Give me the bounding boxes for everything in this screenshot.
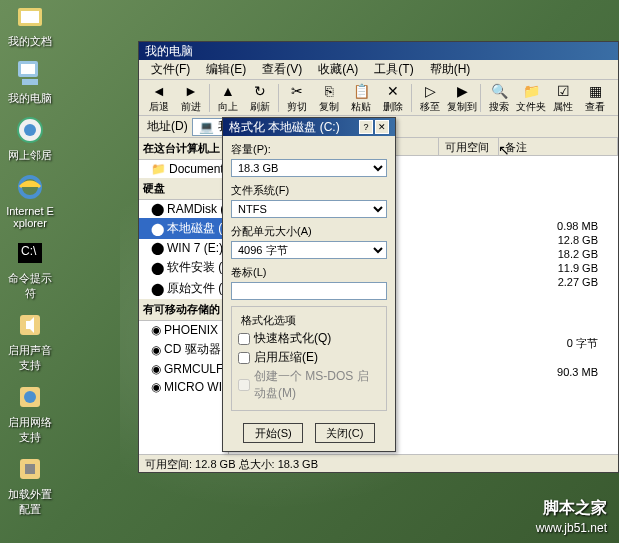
cmd-icon: C:\: [14, 237, 46, 269]
toolbar-btn-8[interactable]: ▷移至: [416, 82, 444, 114]
toolbar-icon: 📋: [352, 82, 370, 100]
sidebar-removable[interactable]: ◉CD 驱动器 (H:): [139, 339, 228, 360]
dialog-titlebar[interactable]: 格式化 本地磁盘 (C:) ? ✕: [223, 118, 395, 136]
toolbar-icon: ↻: [251, 82, 269, 100]
sidebar-header-computer: 在这台计算机上: [139, 138, 228, 160]
start-button[interactable]: 开始(S): [243, 423, 303, 443]
menu-tools[interactable]: 工具(T): [366, 59, 421, 80]
freespace-value: 18.2 GB: [558, 248, 598, 260]
toolbar-icon: 🔍: [490, 82, 508, 100]
freespace-value: 90.3 MB: [557, 366, 598, 378]
desktop-icon-cmd[interactable]: C:\ 命令提示符: [4, 237, 56, 301]
freespace-value: 0.98 MB: [557, 220, 598, 232]
toolbar-btn-12[interactable]: ☑属性: [549, 82, 577, 114]
col-free[interactable]: 可用空间: [439, 138, 499, 155]
compress-checkbox[interactable]: 启用压缩(E): [238, 349, 380, 366]
toolbar-btn-6[interactable]: 📋粘贴: [347, 82, 375, 114]
svg-point-6: [24, 124, 36, 136]
quick-format-checkbox[interactable]: 快速格式化(Q): [238, 330, 380, 347]
desktop-icon-mydocs[interactable]: 我的文档: [4, 0, 56, 49]
netsupport-icon: [14, 381, 46, 413]
svg-rect-3: [21, 64, 35, 74]
sidebar-drive[interactable]: ⬤RAMDisk (B:): [139, 200, 228, 218]
desktop-icon-ie[interactable]: Internet Explorer: [4, 171, 56, 229]
toolbar-icon: ✂: [288, 82, 306, 100]
volume-label: 卷标(L): [231, 265, 387, 280]
toolbar-btn-13[interactable]: ▦查看: [581, 82, 609, 114]
close-icon[interactable]: ✕: [375, 120, 389, 134]
msdos-checkbox: 创建一个 MS-DOS 启动盘(M): [238, 368, 380, 402]
capacity-select[interactable]: 18.3 GB: [231, 159, 387, 177]
menu-help[interactable]: 帮助(H): [422, 59, 479, 80]
options-group-title: 格式化选项: [238, 313, 299, 328]
svg-text:C:\: C:\: [21, 244, 37, 258]
unitsize-label: 分配单元大小(A): [231, 224, 387, 239]
toolbar-btn-5[interactable]: ⎘复制: [315, 82, 343, 114]
sound-icon: [14, 309, 46, 341]
config-icon: [14, 453, 46, 485]
col-note[interactable]: 备注: [499, 138, 618, 155]
pc-small-icon: 💻: [199, 120, 214, 134]
toolbar-icon: ▲: [219, 82, 237, 100]
menu-edit[interactable]: 编辑(E): [198, 59, 254, 80]
toolbar-icon: ▦: [586, 82, 604, 100]
desktop-icon-config[interactable]: 加载外置配置: [4, 453, 56, 517]
sidebar-removable[interactable]: ◉MICRO WINPE (X: [139, 378, 228, 396]
desktop-icon-network[interactable]: 网上邻居: [4, 114, 56, 163]
filesystem-label: 文件系统(F): [231, 183, 387, 198]
toolbar-icon: ⎘: [320, 82, 338, 100]
sidebar-header-removable: 有可移动存储的: [139, 299, 228, 321]
desktop-icon-mycomputer[interactable]: 我的电脑: [4, 57, 56, 106]
menu-view[interactable]: 查看(V): [254, 59, 310, 80]
toolbar-btn-0[interactable]: ◄后退: [145, 82, 173, 114]
help-button[interactable]: ?: [359, 120, 373, 134]
volume-input[interactable]: [231, 282, 387, 300]
network-icon: [14, 114, 46, 146]
pc-icon: [14, 57, 46, 89]
disc-icon: ◉: [151, 323, 161, 337]
format-dialog: 格式化 本地磁盘 (C:) ? ✕ 容量(P): 18.3 GB 文件系统(F)…: [222, 117, 396, 452]
sidebar-drive[interactable]: ⬤WIN 7 (E:): [139, 239, 228, 257]
toolbar-btn-2[interactable]: ▲向上: [214, 82, 242, 114]
folder-icon: 📁: [151, 162, 166, 176]
toolbar-btn-11[interactable]: 📁文件夹: [517, 82, 545, 114]
sidebar-drive[interactable]: ⬤本地磁盘 (C:): [139, 218, 228, 239]
toolbar-btn-10[interactable]: 🔍搜索: [485, 82, 513, 114]
address-label: 地址(D): [143, 118, 192, 135]
toolbar-icon: ▶: [453, 82, 471, 100]
freespace-value: 12.8 GB: [558, 234, 598, 246]
close-button[interactable]: 关闭(C): [315, 423, 375, 443]
menu-file[interactable]: 文件(F): [143, 59, 198, 80]
toolbar-icon: ▷: [421, 82, 439, 100]
toolbar-icon: ◄: [150, 82, 168, 100]
sidebar: 在这台计算机上 📁Documents 硬盘 ⬤RAMDisk (B:)⬤本地磁盘…: [139, 138, 229, 454]
svg-rect-14: [25, 464, 35, 474]
disc-icon: ◉: [151, 343, 161, 357]
sidebar-removable[interactable]: ◉PHOENIX (D:): [139, 321, 228, 339]
toolbar-icon: ✕: [384, 82, 402, 100]
capacity-label: 容量(P):: [231, 142, 387, 157]
toolbar-btn-1[interactable]: ►前进: [177, 82, 205, 114]
window-title: 我的电脑: [145, 43, 193, 60]
freespace-value: 2.27 GB: [558, 276, 598, 288]
desktop-icon-sound[interactable]: 启用声音支持: [4, 309, 56, 373]
folder-icon: [14, 0, 46, 32]
disc-icon: ◉: [151, 362, 161, 376]
sidebar-drive[interactable]: ⬤原始文件 (G:): [139, 278, 228, 299]
svg-rect-1: [21, 11, 39, 23]
disk-icon: ⬤: [151, 241, 164, 255]
toolbar-btn-3[interactable]: ↻刷新: [246, 82, 274, 114]
toolbar-btn-7[interactable]: ✕删除: [379, 82, 407, 114]
disk-icon: ⬤: [151, 282, 164, 296]
desktop-icon-netsupport[interactable]: 启用网络支持: [4, 381, 56, 445]
filesystem-select[interactable]: NTFS: [231, 200, 387, 218]
window-titlebar[interactable]: 我的电脑: [139, 42, 618, 60]
sidebar-drive[interactable]: ⬤软件安装 (F:): [139, 257, 228, 278]
menu-fav[interactable]: 收藏(A): [310, 59, 366, 80]
toolbar-btn-9[interactable]: ▶复制到: [448, 82, 476, 114]
sidebar-item-documents[interactable]: 📁Documents: [139, 160, 228, 178]
freespace-value: 11.9 GB: [558, 262, 598, 274]
unitsize-select[interactable]: 4096 字节: [231, 241, 387, 259]
toolbar-btn-4[interactable]: ✂剪切: [283, 82, 311, 114]
sidebar-removable[interactable]: ◉GRMCULFRER_C.: [139, 360, 228, 378]
